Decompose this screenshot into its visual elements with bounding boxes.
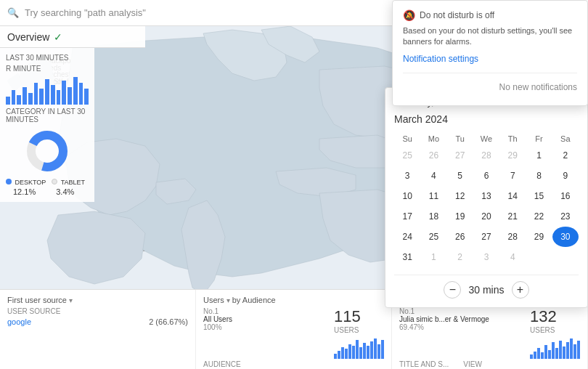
bar-mini — [45, 79, 49, 105]
spark-bar — [566, 342, 569, 359]
cal-day[interactable]: 19 — [447, 206, 473, 227]
overview-label: Overview — [7, 31, 49, 43]
time-minus-button[interactable]: − — [444, 281, 461, 299]
cal-day[interactable]: 2 — [447, 247, 473, 267]
time-plus-button[interactable]: + — [512, 281, 529, 299]
no-notifications: No new notifications — [403, 79, 577, 95]
cal-day[interactable]: 31 — [394, 247, 420, 267]
notification-settings-link[interactable]: Notification settings — [403, 54, 577, 64]
cal-week-row: 252627282912 — [394, 145, 579, 166]
cal-day[interactable]: 23 — [552, 206, 579, 227]
spark-bar — [570, 338, 573, 359]
cal-day[interactable]: 13 — [473, 186, 499, 206]
cal-day[interactable]: 4 — [420, 166, 446, 186]
card3-users-label: USERS — [530, 326, 580, 334]
cal-day[interactable]: 24 — [394, 227, 420, 247]
cal-day[interactable]: 3 — [473, 247, 499, 267]
bar-chart-mini — [6, 76, 89, 105]
desktop-label: DESKTOP — [15, 179, 46, 186]
card3-pct: 69.47% — [399, 323, 489, 331]
spark-bar — [530, 354, 533, 359]
spark-bar — [356, 340, 359, 359]
cal-day[interactable]: 4 — [499, 247, 526, 267]
cal-day[interactable]: 25 — [394, 145, 420, 166]
cal-day[interactable]: 28 — [499, 227, 526, 247]
spark-bar — [577, 341, 580, 359]
bar-mini — [28, 93, 33, 105]
spark-bar — [537, 348, 540, 359]
cal-day[interactable]: 16 — [552, 186, 579, 206]
cal-day[interactable]: 10 — [394, 186, 420, 206]
spark-bar — [573, 344, 576, 359]
card3-views-label: VIEW — [463, 360, 482, 368]
legend-row: DESKTOP TABLET — [6, 179, 89, 186]
cal-day[interactable]: 26 — [447, 227, 473, 247]
cal-day[interactable]: 22 — [526, 206, 552, 227]
spark-bar — [341, 347, 344, 360]
cal-day[interactable]: 28 — [473, 145, 499, 166]
cal-day[interactable]: 15 — [526, 186, 552, 206]
cal-day[interactable]: 7 — [499, 166, 526, 186]
cal-day[interactable]: 14 — [499, 186, 526, 206]
spark-bar — [374, 338, 377, 359]
cal-day-header: We — [473, 132, 499, 145]
time-value: 30 mins — [468, 284, 504, 296]
bar-mini — [17, 95, 21, 105]
cal-day-header: Tu — [447, 132, 473, 145]
card3-right: 132 USERS — [530, 307, 580, 359]
cal-day[interactable]: 1 — [420, 247, 446, 267]
cal-day[interactable]: 1 — [526, 145, 552, 166]
cal-day[interactable]: 26 — [420, 145, 446, 166]
cal-day[interactable]: 25 — [420, 227, 446, 247]
tablet-label: TABLET — [61, 179, 85, 186]
cal-day — [552, 247, 579, 267]
spark-bar — [541, 352, 544, 359]
cal-day[interactable]: 3 — [394, 166, 420, 186]
bar-mini — [84, 89, 89, 105]
card3-left: No.1 Julia simic b...er & Vermoge 69.47% — [399, 307, 489, 331]
cal-week-row: 17181920212223 — [394, 206, 579, 227]
dnd-label: Do not disturb is off — [420, 10, 494, 20]
spark-bar — [370, 341, 373, 359]
calendar-panel: Saturday, 30 March March 2024 SuMoTuWeTh… — [385, 87, 588, 308]
left-stats-panel: LAST 30 MINUTES R MINUTE CATEGORY IN LAS… — [0, 48, 94, 202]
card1-source: google — [7, 317, 31, 326]
card3-no-label: No.1 — [399, 307, 489, 315]
notification-panel: 🔕 Do not disturb is off Based on your do… — [392, 0, 588, 106]
category-label: CATEGORY IN LAST 30 MINUTES — [6, 108, 89, 123]
cal-week-row: 24252627282930 — [394, 227, 579, 247]
cal-day[interactable]: 20 — [473, 206, 499, 227]
cal-day[interactable]: 29 — [526, 227, 552, 247]
tablet-legend: TABLET — [52, 179, 85, 186]
cal-day[interactable]: 5 — [447, 166, 473, 186]
cal-day[interactable]: 21 — [499, 206, 526, 227]
card2-audience-name: All Users — [203, 315, 232, 323]
cal-body: 2526272829123456789101112131415161718192… — [394, 145, 579, 267]
bar-mini — [34, 83, 38, 105]
card-first-user-source: First user source ▾ USER SOURCE google 2… — [0, 290, 196, 369]
cal-day[interactable]: 2 — [552, 145, 579, 166]
spark-bar — [548, 350, 551, 360]
cal-header-row: SuMoTuWeThFrSa — [394, 132, 579, 145]
cal-day[interactable]: 27 — [473, 227, 499, 247]
card2-pct: 100% — [203, 323, 232, 331]
cal-time-row: − 30 mins + — [394, 275, 579, 299]
cal-day[interactable]: 17 — [394, 206, 420, 227]
last30-label: LAST 30 MINUTES — [6, 54, 89, 62]
cal-day[interactable]: 11 — [420, 186, 446, 206]
cal-day[interactable]: 12 — [447, 186, 473, 206]
cal-day[interactable]: 9 — [552, 166, 579, 186]
cal-day[interactable]: 30 — [552, 227, 579, 247]
cal-day[interactable]: 6 — [473, 166, 499, 186]
cal-day[interactable]: 18 — [420, 206, 446, 227]
card2-arrow-icon: ▾ — [226, 296, 230, 304]
bar-mini — [12, 90, 16, 105]
cal-day[interactable]: 27 — [447, 145, 473, 166]
cal-day[interactable]: 8 — [526, 166, 552, 186]
spark-bar — [334, 354, 337, 359]
card3-page-name: Julia simic b...er & Vermoge — [399, 315, 489, 323]
cal-day — [526, 247, 552, 267]
donut-container — [6, 129, 89, 173]
cal-day[interactable]: 29 — [499, 145, 526, 166]
cal-month-year: March 2024 — [394, 113, 579, 125]
